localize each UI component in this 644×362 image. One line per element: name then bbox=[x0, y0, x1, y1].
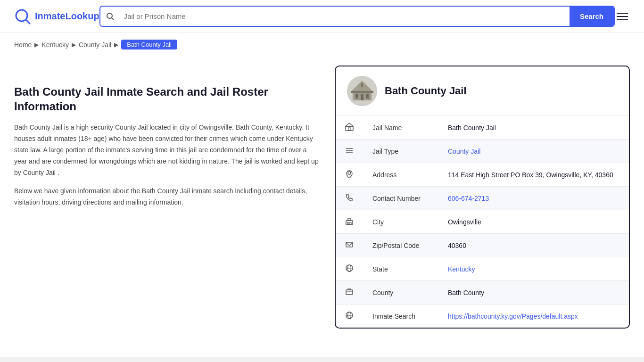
info-card: Bath County Jail Jail NameBath County Ja… bbox=[335, 66, 630, 329]
svg-rect-18 bbox=[346, 221, 353, 224]
row-value[interactable]: 606-674-2713 bbox=[438, 187, 629, 210]
breadcrumb-type[interactable]: County Jail bbox=[79, 41, 111, 49]
table-row: Jail TypeCounty Jail bbox=[336, 140, 629, 163]
table-row: CountyBath County bbox=[336, 281, 629, 304]
courthouse-icon bbox=[350, 79, 374, 103]
row-value-link[interactable]: Kentucky bbox=[448, 265, 475, 273]
table-row: Jail NameBath County Jail bbox=[336, 116, 629, 140]
table-row: StateKentucky bbox=[336, 257, 629, 281]
svg-line-1 bbox=[26, 20, 30, 24]
jail-icon bbox=[336, 116, 363, 140]
row-label: Contact Number bbox=[363, 187, 438, 210]
row-label: Jail Type bbox=[363, 140, 438, 163]
row-value-link[interactable]: https://bathcounty.ky.gov/Pages/default.… bbox=[448, 313, 578, 320]
search-icon bbox=[106, 12, 115, 21]
svg-rect-13 bbox=[348, 128, 350, 131]
globe-icon bbox=[336, 257, 363, 281]
logo-link[interactable]: InmateLookup bbox=[14, 8, 99, 25]
svg-line-3 bbox=[111, 17, 114, 20]
search-input[interactable] bbox=[120, 7, 570, 26]
row-label: City bbox=[363, 210, 438, 234]
search-bar: Search bbox=[99, 6, 615, 27]
row-label: Inmate Search bbox=[363, 304, 438, 328]
page-heading: Bath County Jail Inmate Search and Jail … bbox=[14, 84, 321, 114]
hamburger-line3 bbox=[617, 19, 628, 20]
svg-rect-10 bbox=[361, 83, 363, 87]
breadcrumb-sep3: ▶ bbox=[114, 41, 118, 48]
row-value: 40360 bbox=[438, 234, 629, 257]
page-desc2: Below we have given information about th… bbox=[14, 186, 321, 208]
breadcrumb-home[interactable]: Home bbox=[14, 41, 32, 49]
breadcrumb: Home ▶ Kentucky ▶ County Jail ▶ Bath Cou… bbox=[0, 33, 644, 56]
svg-rect-26 bbox=[346, 290, 353, 295]
web-icon bbox=[336, 304, 363, 328]
svg-marker-12 bbox=[346, 123, 353, 126]
row-value[interactable]: Kentucky bbox=[438, 257, 629, 281]
row-value: 114 East High Street PO Box 39, Owingsvi… bbox=[438, 163, 629, 187]
breadcrumb-sep2: ▶ bbox=[72, 41, 76, 48]
svg-rect-9 bbox=[366, 94, 369, 99]
breadcrumb-current: Bath County Jail bbox=[121, 40, 177, 49]
jail-avatar bbox=[347, 76, 377, 106]
svg-rect-19 bbox=[348, 219, 351, 221]
card-header: Bath County Jail bbox=[336, 66, 629, 116]
hamburger-line1 bbox=[617, 13, 628, 14]
logo-icon bbox=[14, 8, 31, 25]
table-row: Zip/Postal Code40360 bbox=[336, 234, 629, 257]
breadcrumb-state[interactable]: Kentucky bbox=[41, 41, 69, 49]
footer-bar bbox=[0, 357, 644, 362]
table-row: Inmate Searchhttps://bathcounty.ky.gov/P… bbox=[336, 304, 629, 328]
table-row: Address114 East High Street PO Box 39, O… bbox=[336, 163, 629, 187]
card-title: Bath County Jail bbox=[385, 85, 467, 97]
svg-rect-7 bbox=[355, 94, 358, 99]
row-value[interactable]: https://bathcounty.ky.gov/Pages/default.… bbox=[438, 304, 629, 328]
info-table: Jail NameBath County JailJail TypeCounty… bbox=[336, 116, 629, 328]
phone-icon bbox=[336, 187, 363, 210]
svg-rect-11 bbox=[346, 126, 353, 131]
county-icon bbox=[336, 281, 363, 304]
table-row: Contact Number606-674-2713 bbox=[336, 187, 629, 210]
svg-rect-5 bbox=[351, 91, 373, 93]
left-column: Bath County Jail Inmate Search and Jail … bbox=[14, 66, 321, 216]
logo-text: InmateLookup bbox=[35, 11, 99, 22]
main-content: Bath County Jail Inmate Search and Jail … bbox=[0, 56, 644, 338]
row-label: Jail Name bbox=[363, 116, 438, 140]
row-value-link[interactable]: County Jail bbox=[448, 148, 480, 155]
row-value: Owingsville bbox=[438, 210, 629, 234]
row-value: Bath County Jail bbox=[438, 116, 629, 140]
breadcrumb-sep1: ▶ bbox=[34, 41, 39, 48]
list-icon bbox=[336, 140, 363, 163]
city-icon bbox=[336, 210, 363, 234]
row-value[interactable]: County Jail bbox=[438, 140, 629, 163]
search-icon-wrap bbox=[100, 12, 120, 21]
row-label: Address bbox=[363, 163, 438, 187]
page-desc1: Bath County Jail is a high security Coun… bbox=[14, 122, 321, 178]
row-label: State bbox=[363, 257, 438, 281]
row-label: County bbox=[363, 281, 438, 304]
location-icon bbox=[336, 163, 363, 187]
header: InmateLookup Search bbox=[0, 0, 644, 33]
svg-rect-8 bbox=[361, 94, 363, 100]
row-value: Bath County bbox=[438, 281, 629, 304]
row-label: Zip/Postal Code bbox=[363, 234, 438, 257]
svg-point-17 bbox=[348, 172, 351, 174]
svg-rect-22 bbox=[346, 242, 353, 247]
hamburger-line2 bbox=[617, 16, 628, 17]
mail-icon bbox=[336, 234, 363, 257]
row-value-link[interactable]: 606-674-2713 bbox=[448, 195, 489, 202]
search-button[interactable]: Search bbox=[570, 7, 614, 26]
menu-button[interactable] bbox=[615, 11, 630, 22]
table-row: CityOwingsville bbox=[336, 210, 629, 234]
